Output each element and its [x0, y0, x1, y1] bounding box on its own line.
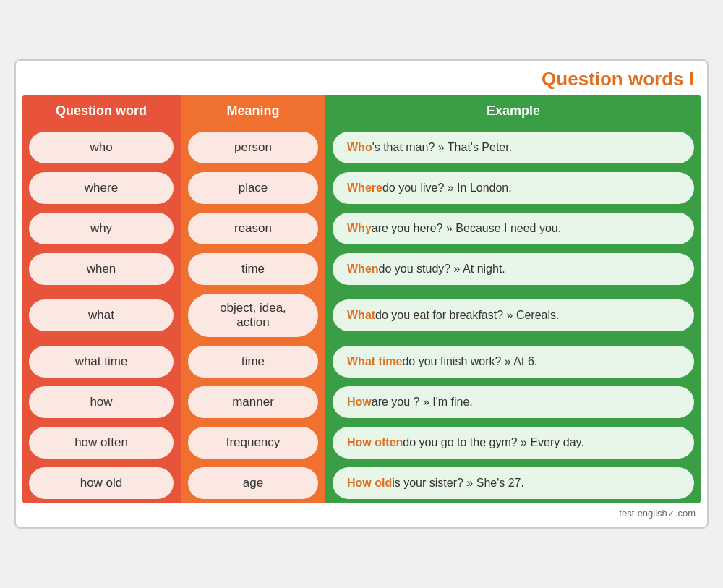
meaning-pill-7: frequency: [188, 427, 318, 459]
example-pill-3: When do you study? » At night.: [333, 253, 694, 285]
example-pill-6: How are you ? » I'm fine.: [333, 386, 694, 418]
meaning-cell-8: age: [181, 463, 325, 503]
example-rest-6: are you ? » I'm fine.: [372, 396, 473, 409]
qword-cell-0: who: [22, 127, 181, 168]
meaning-cell-5: time: [181, 341, 325, 382]
page-title: Question words I: [542, 68, 694, 90]
meaning-pill-2: reason: [188, 213, 318, 244]
meaning-pill-8: age: [188, 467, 318, 499]
example-cell-6: How are you ? » I'm fine.: [325, 382, 701, 422]
example-pill-8: How old is your sister? » She's 27.: [333, 467, 694, 499]
meaning-pill-5: time: [188, 346, 318, 378]
table: Question word whowherewhywhenwhatwhat ti…: [22, 95, 701, 503]
check-icon: ✓: [667, 508, 675, 519]
meaning-cell-3: time: [181, 249, 325, 289]
col-meaning: Meaning personplacereasontimeobject, ide…: [181, 95, 325, 503]
example-highlight-6: How: [347, 396, 372, 409]
example-highlight-7: How often: [347, 436, 403, 449]
qword-cell-7: how often: [22, 422, 181, 463]
meaning-cell-1: place: [181, 168, 325, 208]
col-example: Example Who's that man? » That's Peter.W…: [325, 95, 701, 503]
qword-cell-1: where: [22, 168, 181, 208]
meaning-cell-0: person: [181, 127, 325, 168]
example-pill-7: How often do you go to the gym? » Every …: [333, 427, 694, 459]
meaning-pill-6: manner: [188, 386, 318, 418]
example-cell-3: When do you study? » At night.: [325, 249, 701, 289]
footer: test-english✓.com: [16, 503, 707, 521]
col-qword-header: Question word: [22, 95, 181, 127]
example-highlight-5: What time: [347, 355, 402, 368]
meaning-cell-4: object, idea, action: [181, 289, 325, 341]
example-pill-1: Where do you live? » In London.: [333, 172, 694, 204]
example-rest-7: do you go to the gym? » Every day.: [403, 436, 584, 449]
meaning-pill-3: time: [188, 253, 318, 285]
example-rest-1: do you live? » In London.: [382, 182, 512, 195]
example-highlight-2: Why: [347, 222, 372, 235]
qword-pill-4: what: [29, 299, 174, 331]
example-rest-4: do you eat for breakfast? » Cereals.: [375, 309, 559, 322]
qword-pill-0: who: [29, 132, 174, 163]
qword-cell-6: how: [22, 382, 181, 422]
qword-cell-3: when: [22, 249, 181, 289]
example-cell-5: What time do you finish work? » At 6.: [325, 341, 701, 382]
col-meaning-header: Meaning: [181, 95, 325, 127]
example-highlight-0: Who: [347, 141, 372, 154]
meaning-pill-0: person: [188, 132, 318, 163]
example-highlight-8: How old: [347, 477, 392, 490]
example-cell-2: Why are you here? » Because I need you.: [325, 208, 701, 249]
example-rest-3: do you study? » At night.: [379, 263, 505, 276]
main-card: Question words I Question word whowherew…: [14, 59, 709, 529]
col-example-header: Example: [325, 95, 701, 127]
example-rest-8: is your sister? » She's 27.: [392, 477, 524, 490]
example-pill-0: Who's that man? » That's Peter.: [333, 132, 694, 163]
example-rest-2: are you here? » Because I need you.: [372, 222, 561, 235]
qword-cell-8: how old: [22, 463, 181, 503]
example-pill-2: Why are you here? » Because I need you.: [333, 213, 694, 244]
example-cell-8: How old is your sister? » She's 27.: [325, 463, 701, 503]
example-rest-5: do you finish work? » At 6.: [402, 355, 537, 368]
meaning-pill-4: object, idea, action: [188, 294, 318, 337]
example-pill-4: What do you eat for breakfast? » Cereals…: [333, 299, 694, 331]
meaning-cell-6: manner: [181, 382, 325, 422]
qword-pill-7: how often: [29, 427, 174, 459]
qword-pill-8: how old: [29, 467, 174, 499]
example-cell-1: Where do you live? » In London.: [325, 168, 701, 208]
example-highlight-4: What: [347, 309, 375, 322]
qword-cell-5: what time: [22, 341, 181, 382]
qword-pill-6: how: [29, 386, 174, 418]
example-highlight-1: Where: [347, 182, 382, 195]
example-highlight-3: When: [347, 263, 379, 276]
meaning-pill-1: place: [188, 172, 318, 204]
example-pill-5: What time do you finish work? » At 6.: [333, 346, 694, 378]
qword-cell-2: why: [22, 208, 181, 249]
example-cell-7: How often do you go to the gym? » Every …: [325, 422, 701, 463]
qword-pill-3: when: [29, 253, 174, 285]
meaning-cell-2: reason: [181, 208, 325, 249]
qword-cell-4: what: [22, 289, 181, 341]
qword-pill-2: why: [29, 213, 174, 244]
footer-text: test-english✓.com: [619, 508, 696, 519]
title-bar: Question words I: [16, 61, 707, 95]
qword-pill-5: what time: [29, 346, 174, 378]
col-qword: Question word whowherewhywhenwhatwhat ti…: [22, 95, 181, 503]
qword-pill-1: where: [29, 172, 174, 204]
example-rest-0: 's that man? » That's Peter.: [372, 141, 512, 154]
example-cell-4: What do you eat for breakfast? » Cereals…: [325, 289, 701, 341]
example-cell-0: Who's that man? » That's Peter.: [325, 127, 701, 168]
meaning-cell-7: frequency: [181, 422, 325, 463]
